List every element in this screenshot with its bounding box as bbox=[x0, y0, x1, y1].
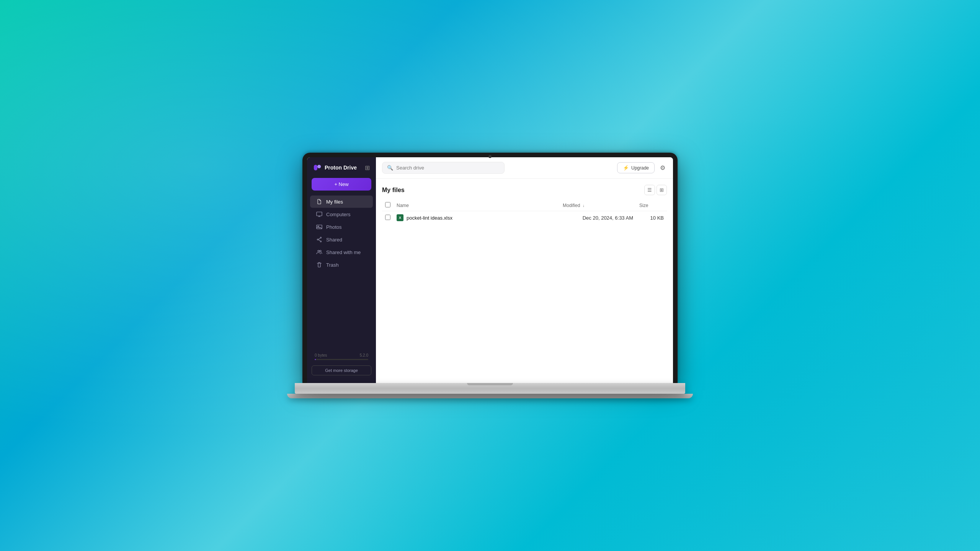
settings-button[interactable]: ⚙ bbox=[658, 163, 667, 173]
file-name: pocket-lint ideas.xlsx bbox=[407, 215, 452, 221]
grid-icon[interactable]: ⊞ bbox=[365, 164, 370, 171]
sidebar-storage: 0 bytes 5.2.0 Get more storage bbox=[307, 349, 376, 378]
excel-file-icon: X bbox=[397, 214, 403, 221]
sidebar: Proton Drive ⊞ + New My files bbox=[307, 157, 376, 383]
trash-icon bbox=[316, 262, 322, 268]
svg-rect-2 bbox=[317, 212, 322, 216]
svg-rect-1 bbox=[317, 165, 321, 168]
row-name-cell: X pocket-lint ideas.xlsx bbox=[394, 211, 560, 225]
sidebar-nav: My files Computers bbox=[307, 195, 376, 271]
sidebar-logo: Proton Drive ⊞ bbox=[307, 163, 376, 178]
col-checkbox-header bbox=[382, 200, 394, 211]
main-content: 🔍 ⚡ Upgrade ⚙ bbox=[376, 157, 673, 383]
file-area: My files ☰ ⊞ bbox=[376, 179, 673, 383]
svg-point-9 bbox=[320, 250, 321, 252]
svg-point-7 bbox=[320, 241, 322, 242]
laptop-screen: Proton Drive ⊞ + New My files bbox=[307, 157, 673, 383]
storage-bar bbox=[315, 359, 368, 360]
svg-point-8 bbox=[318, 250, 319, 252]
page-title: My files bbox=[382, 187, 405, 194]
row-size-cell: 10 KB bbox=[636, 211, 667, 225]
sidebar-item-my-files[interactable]: My files bbox=[310, 196, 373, 208]
storage-bar-fill bbox=[315, 359, 316, 360]
grid-view-button[interactable]: ⊞ bbox=[657, 185, 667, 195]
search-box[interactable]: 🔍 bbox=[382, 162, 505, 174]
users-icon bbox=[316, 249, 322, 255]
sidebar-item-shared-with-me[interactable]: Shared with me bbox=[310, 246, 373, 258]
storage-text: 0 bytes 5.2.0 bbox=[315, 353, 368, 357]
list-view-button[interactable]: ☰ bbox=[644, 185, 655, 195]
sidebar-item-shared[interactable]: Shared bbox=[310, 233, 373, 246]
col-modified-header[interactable]: Modified ↓ bbox=[560, 200, 636, 211]
file-icon bbox=[316, 199, 322, 205]
row-checkbox[interactable] bbox=[385, 215, 390, 220]
laptop-foot bbox=[287, 394, 693, 398]
table-header-row: Name Modified ↓ Size bbox=[382, 200, 667, 211]
sidebar-item-computers[interactable]: Computers bbox=[310, 208, 373, 220]
sort-arrow: ↓ bbox=[583, 204, 585, 208]
select-all-checkbox[interactable] bbox=[385, 202, 390, 207]
col-name-header[interactable]: Name bbox=[394, 200, 560, 211]
view-toggle: ☰ ⊞ bbox=[644, 185, 667, 195]
row-checkbox-cell bbox=[382, 211, 394, 225]
laptop-screen-outer: Proton Drive ⊞ + New My files bbox=[302, 153, 678, 383]
storage-info: 0 bytes 5.2.0 bbox=[312, 352, 371, 365]
laptop-base bbox=[295, 383, 685, 394]
topbar-right: ⚡ Upgrade ⚙ bbox=[617, 162, 667, 173]
computer-icon bbox=[316, 211, 322, 217]
file-list: X pocket-lint ideas.xlsx Dec 20, 2024, 6… bbox=[382, 211, 667, 225]
search-input[interactable] bbox=[396, 165, 500, 171]
upgrade-icon: ⚡ bbox=[623, 165, 629, 171]
photo-icon bbox=[316, 224, 322, 230]
svg-point-5 bbox=[320, 237, 322, 238]
file-table: Name Modified ↓ Size bbox=[382, 200, 667, 224]
sidebar-item-trash[interactable]: Trash bbox=[310, 259, 373, 271]
svg-point-6 bbox=[317, 239, 318, 240]
upgrade-button[interactable]: ⚡ Upgrade bbox=[617, 162, 655, 173]
table-row[interactable]: X pocket-lint ideas.xlsx Dec 20, 2024, 6… bbox=[382, 211, 667, 225]
file-area-header: My files ☰ ⊞ bbox=[382, 185, 667, 195]
sidebar-logo-text: Proton Drive bbox=[325, 165, 357, 171]
share-icon bbox=[316, 236, 322, 243]
svg-rect-0 bbox=[314, 165, 317, 171]
new-button[interactable]: + New bbox=[312, 178, 371, 191]
get-more-storage-button[interactable]: Get more storage bbox=[312, 365, 371, 375]
search-icon: 🔍 bbox=[387, 165, 393, 171]
app-window: Proton Drive ⊞ + New My files bbox=[307, 157, 673, 383]
sidebar-item-photos[interactable]: Photos bbox=[310, 221, 373, 233]
proton-logo-icon bbox=[313, 163, 322, 172]
file-name-container: X pocket-lint ideas.xlsx bbox=[397, 214, 557, 221]
laptop-container: Proton Drive ⊞ + New My files bbox=[299, 153, 681, 398]
topbar: 🔍 ⚡ Upgrade ⚙ bbox=[376, 157, 673, 179]
row-modified-cell: Dec 20, 2024, 6:33 AM bbox=[560, 211, 636, 225]
col-size-header[interactable]: Size bbox=[636, 200, 667, 211]
